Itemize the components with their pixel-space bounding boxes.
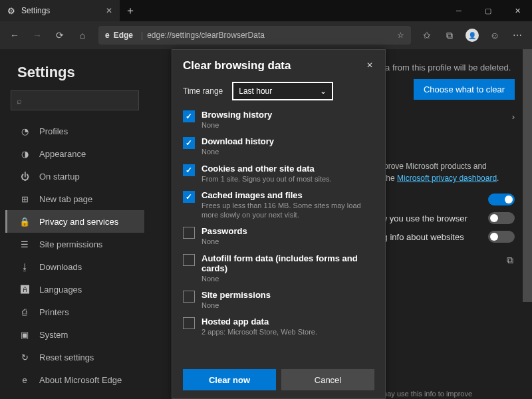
option-subtitle: None xyxy=(201,147,374,156)
sidebar-item-label: Privacy and services xyxy=(39,217,118,227)
option-subtitle: None xyxy=(201,120,374,130)
toggle-off[interactable] xyxy=(488,212,515,224)
printer-icon: ⎙ xyxy=(19,307,30,317)
sidebar-item-downloads[interactable]: ⭳Downloads xyxy=(5,255,144,278)
scrollbar-thumb[interactable] xyxy=(523,49,532,302)
settings-sidebar: Settings ⌕ ◔Profiles◑Appearance⏻On start… xyxy=(0,49,150,399)
clear-option-hosted-app-data[interactable]: Hosted app data2 apps: Microsoft Store, … xyxy=(183,317,374,336)
refresh-button[interactable]: ⟳ xyxy=(49,25,70,46)
vertical-scrollbar[interactable] xyxy=(523,49,532,399)
checkbox-checked[interactable] xyxy=(183,164,195,176)
sidebar-item-printers[interactable]: ⎙Printers xyxy=(5,301,144,323)
forward-button[interactable]: → xyxy=(27,25,48,46)
chevron-down-icon: ⌄ xyxy=(320,86,327,96)
external-link-icon[interactable]: ⧉ xyxy=(507,255,513,266)
clear-option-passwords[interactable]: PasswordsNone xyxy=(183,226,374,246)
time-range-select[interactable]: Last hour ⌄ xyxy=(232,82,333,100)
feedback-icon[interactable]: ☺ xyxy=(484,25,505,46)
time-range-label: Time range xyxy=(183,86,223,96)
sidebar-item-profiles[interactable]: ◔Profiles xyxy=(5,120,144,142)
checkbox-checked[interactable] xyxy=(183,191,195,203)
content-note: data from this profile will be deleted. xyxy=(373,63,511,72)
clear-option-browsing-history[interactable]: Browsing historyNone xyxy=(183,110,374,130)
title-bar: ⚙ Settings ✕ ＋ ─ ▢ ✕ xyxy=(0,0,532,21)
active-tab[interactable]: ⚙ Settings ✕ xyxy=(0,0,120,21)
option-title: Browsing history xyxy=(201,110,374,120)
chevron-right-icon[interactable]: › xyxy=(512,112,515,122)
tab-title: Settings xyxy=(21,6,105,15)
lock-icon: 🔒 xyxy=(19,216,30,227)
collections-icon[interactable]: ⧉ xyxy=(439,25,460,46)
sidebar-item-label: Site permissions xyxy=(39,239,102,249)
sidebar-item-about-microsoft-edge[interactable]: eAbout Microsoft Edge xyxy=(5,368,144,391)
clear-option-download-history[interactable]: Download historyNone xyxy=(183,136,374,156)
checkbox[interactable] xyxy=(183,227,195,239)
dialog-close-button[interactable]: ✕ xyxy=(365,59,374,71)
toggle-off[interactable] xyxy=(488,231,515,243)
clear-option-autofill-form-data-includes-forms-and-cards-[interactable]: Autofill form data (includes forms and c… xyxy=(183,253,374,283)
option-title: Site permissions xyxy=(201,290,374,300)
option-subtitle: None xyxy=(201,301,374,310)
favorite-icon[interactable]: ☆ xyxy=(397,31,404,40)
sidebar-item-label: Profiles xyxy=(39,126,68,136)
checkbox[interactable] xyxy=(183,317,195,329)
favorites-icon[interactable]: ✩ xyxy=(416,25,438,46)
checkbox-checked[interactable] xyxy=(183,110,195,122)
cancel-button[interactable]: Cancel xyxy=(281,369,374,390)
sidebar-item-label: New tab page xyxy=(39,194,92,204)
download-icon: ⭳ xyxy=(19,261,30,272)
clear-option-cached-images-and-files[interactable]: Cached images and filesFrees up less tha… xyxy=(183,190,374,220)
sidebar-item-privacy-and-services[interactable]: 🔒Privacy and services xyxy=(5,210,144,233)
clear-browsing-data-dialog: Clear browsing data ✕ Time range Last ho… xyxy=(172,49,386,399)
clear-option-site-permissions[interactable]: Site permissionsNone xyxy=(183,290,374,310)
sidebar-item-languages[interactable]: 🅰Languages xyxy=(5,278,144,301)
edge-logo-icon: e xyxy=(105,31,110,40)
home-button[interactable]: ⌂ xyxy=(72,25,93,46)
clear-now-button[interactable]: Clear now xyxy=(183,369,276,390)
profile-avatar[interactable]: 👤 xyxy=(462,25,483,46)
minimize-button[interactable]: ─ xyxy=(444,0,473,21)
checkbox[interactable] xyxy=(183,254,195,266)
maximize-button[interactable]: ▢ xyxy=(473,0,503,21)
option-title: Passwords xyxy=(201,226,374,236)
sidebar-item-reset-settings[interactable]: ↻Reset settings xyxy=(5,346,144,368)
option-title: Autofill form data (includes forms and c… xyxy=(201,253,374,273)
navigation-bar: ← → ⟳ ⌂ e Edge | edge://settings/clearBr… xyxy=(0,21,532,49)
more-icon[interactable]: ⋯ xyxy=(507,25,528,46)
toggle-on[interactable] xyxy=(488,194,515,205)
diagnostic-text: to improve Microsoft products and ta in … xyxy=(366,160,515,184)
sidebar-search-input[interactable]: ⌕ xyxy=(11,90,139,110)
settings-toggle-row: t how you use the browser xyxy=(366,212,515,224)
choose-what-to-clear-button[interactable]: Choose what to clear xyxy=(414,79,515,100)
sidebar-item-system[interactable]: ▣System xyxy=(5,323,144,346)
option-subtitle: Frees up less than 116 MB. Some sites ma… xyxy=(201,201,374,220)
search-icon: ⌕ xyxy=(17,96,22,106)
option-title: Download history xyxy=(201,136,374,146)
option-subtitle: None xyxy=(201,237,374,246)
address-app-label: Edge xyxy=(114,31,133,40)
option-subtitle: None xyxy=(201,274,374,283)
address-bar[interactable]: e Edge | edge://settings/clearBrowserDat… xyxy=(98,26,411,45)
system-icon: ▣ xyxy=(19,329,30,340)
power-icon: ⏻ xyxy=(19,171,30,182)
option-subtitle: From 1 site. Signs you out of most sites… xyxy=(201,174,374,184)
close-tab-button[interactable]: ✕ xyxy=(105,7,113,15)
newtab-icon: ⊞ xyxy=(19,194,30,204)
checkbox[interactable] xyxy=(183,291,195,303)
new-tab-button[interactable]: ＋ xyxy=(120,4,141,18)
sidebar-item-label: About Microsoft Edge xyxy=(39,375,122,385)
sidebar-item-on-startup[interactable]: ⏻On startup xyxy=(5,165,144,188)
sidebar-item-new-tab-page[interactable]: ⊞New tab page xyxy=(5,188,144,210)
sidebar-item-site-permissions[interactable]: ☰Site permissions xyxy=(5,233,144,255)
paint-icon: ◑ xyxy=(19,148,30,159)
close-window-button[interactable]: ✕ xyxy=(503,0,532,21)
back-button[interactable]: ← xyxy=(4,25,25,46)
clear-option-cookies-and-other-site-data[interactable]: Cookies and other site dataFrom 1 site. … xyxy=(183,164,374,184)
option-title: Hosted app data xyxy=(201,317,374,327)
option-title: Cookies and other site data xyxy=(201,164,374,174)
privacy-dashboard-link[interactable]: Microsoft privacy dashboard xyxy=(397,174,497,183)
sidebar-item-appearance[interactable]: ◑Appearance xyxy=(5,142,144,165)
sidebar-item-label: System xyxy=(39,330,68,340)
checkbox-checked[interactable] xyxy=(183,137,195,149)
sidebar-item-label: Reset settings xyxy=(39,352,94,362)
